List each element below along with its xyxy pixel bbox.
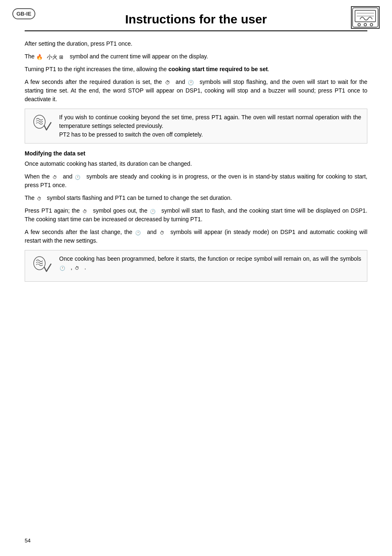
svg-point-2	[358, 23, 360, 26]
mod-p4: Press PT1 again; the ⏱ symbol goes out, …	[25, 206, 367, 224]
svg-point-19	[34, 257, 45, 270]
svg-point-11	[34, 115, 45, 128]
svg-point-4	[370, 23, 373, 26]
modifying-section: Modifying the data set Once automatic co…	[25, 149, 367, 245]
svg-rect-0	[353, 8, 378, 27]
svg-text:⊞: ⊞	[59, 54, 63, 60]
svg-text:🔥: 🔥	[36, 53, 43, 60]
intro-p2: The 🔥 小火 ⊞ symbol and the current time w…	[25, 52, 367, 61]
svg-text:⏱: ⏱	[160, 230, 164, 235]
note-box-2: Once cooking has been programmed, before…	[25, 250, 367, 282]
mod-p2: When the ⏱ and 🕐 symbols are steady and …	[25, 172, 367, 190]
note-icon-1	[31, 113, 53, 136]
svg-text:🕐: 🕐	[188, 79, 194, 86]
svg-text:🕐: 🕐	[60, 265, 65, 271]
note-text-1: If you wish to continue cooking beyond t…	[59, 113, 361, 139]
svg-text:⏱: ⏱	[83, 209, 87, 214]
note-text-2: Once cooking has been programmed, before…	[59, 255, 361, 272]
intro-block: After setting the duration, press PT1 on…	[25, 39, 367, 104]
svg-text:⏱: ⏱	[165, 80, 170, 86]
svg-text:⏱: ⏱	[75, 266, 79, 271]
page-title: Instructions for the user	[25, 12, 367, 26]
svg-point-3	[364, 23, 367, 26]
svg-text:⏱: ⏱	[37, 196, 42, 201]
svg-text:🕐: 🕐	[75, 174, 81, 180]
intro-p4: A few seconds after the required duratio…	[25, 78, 367, 104]
svg-text:🕐: 🕐	[135, 230, 141, 236]
svg-text:🕐: 🕐	[150, 208, 156, 214]
svg-text:⏱: ⏱	[53, 175, 57, 180]
mod-p5: A few seconds after the last change, the…	[25, 228, 367, 245]
brand-logo	[351, 6, 380, 29]
page: GB-IE Instructions for the user	[0, 0, 392, 556]
page-header: Instructions for the user	[25, 12, 367, 31]
page-number: 54	[25, 537, 30, 544]
modifying-heading: Modifying the data set	[25, 149, 367, 158]
intro-p3: Turning PT1 to the right increases the t…	[25, 65, 367, 74]
mod-p3: The ⏱ symbol starts flashing and PT1 can…	[25, 194, 367, 202]
note-box-1: If you wish to continue cooking beyond t…	[25, 109, 367, 144]
page-content: After setting the duration, press PT1 on…	[25, 39, 367, 282]
note-icon-2	[31, 255, 53, 277]
mod-p1: Once automatic cooking has started, its …	[25, 160, 367, 168]
intro-p1: After setting the duration, press PT1 on…	[25, 39, 367, 48]
gb-ie-badge: GB-IE	[12, 8, 35, 19]
header-center: Instructions for the user	[25, 12, 367, 26]
